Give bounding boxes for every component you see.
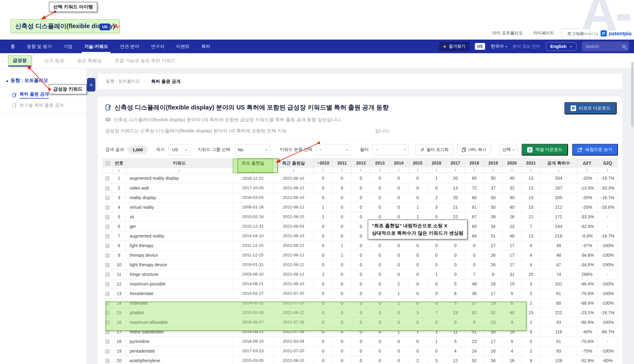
sort-icon[interactable]: ▴▾ <box>522 167 540 173</box>
sort-icon[interactable]: ▴▾ <box>126 168 232 173</box>
column-header[interactable]: 2012▴▾ <box>352 159 371 174</box>
sort-icon[interactable]: ▴▾ <box>333 167 351 173</box>
country-dropdown[interactable]: US▾ <box>169 144 190 155</box>
sort-icon[interactable]: ▴▾ <box>408 167 427 173</box>
keyword-cell[interactable]: virtual reality <box>126 202 233 212</box>
keyword-cell[interactable]: maximum allowable <box>126 317 233 327</box>
column-header[interactable]: 2014▴▾ <box>389 159 408 174</box>
column-header[interactable]: 2011▴▾ <box>333 159 352 174</box>
column-header[interactable]: 공개 특허수▴▾ <box>541 159 577 174</box>
keyword-cell[interactable]: pyrimidine <box>126 336 233 346</box>
row-checkbox[interactable] <box>105 311 110 315</box>
column-header[interactable]: 최초 출현일▴▾ <box>233 159 273 174</box>
row-checkbox[interactable] <box>105 186 110 191</box>
reset-filter-button[interactable]: ↺ 필터 초기화 <box>415 144 453 155</box>
keyword-cell[interactable]: azatriphenylene <box>126 356 233 364</box>
sort-icon[interactable]: ▴▾ <box>597 167 618 173</box>
my-portfolio-link[interactable]: 마이 포트폴리오 <box>492 30 523 36</box>
row-checkbox[interactable] <box>105 244 110 248</box>
sort-icon[interactable]: ▴▾ <box>112 168 126 173</box>
keyword-cell[interactable]: augmented reality display <box>126 173 233 183</box>
column-header[interactable]: ~2010▴▾ <box>314 159 333 174</box>
column-header[interactable]: 2016▴▾ <box>427 159 446 174</box>
sort-icon[interactable]: ▴▾ <box>314 167 332 173</box>
expander-icon[interactable]: ◢ <box>6 79 8 82</box>
row-checkbox[interactable] <box>105 176 110 181</box>
keyword-cell[interactable]: tridentate <box>126 298 233 308</box>
column-header[interactable]: 2018▴▾ <box>465 159 484 174</box>
brand-name[interactable]: patentpia <box>609 31 632 36</box>
column-header[interactable]: 2015▴▾ <box>408 159 427 174</box>
keyword-cell[interactable]: light therapy <box>126 241 233 250</box>
select-all-checkbox[interactable] <box>106 161 110 165</box>
column-header[interactable]: Δ2Y▴▾ <box>577 159 597 174</box>
row-checkbox[interactable] <box>105 359 110 363</box>
sort-icon[interactable]: ▴▾ <box>446 167 465 173</box>
report-download-button[interactable]: W 리포트 다운로드 <box>564 102 617 114</box>
sort-icon[interactable]: ▴▾ <box>233 168 273 173</box>
subnav-back-icon[interactable]: ‹ <box>0 58 6 63</box>
column-header[interactable]: 최근 출원일▴▾ <box>273 159 314 174</box>
open-new-window-button[interactable]: 새창으로 보기 <box>572 144 618 156</box>
subnav-item[interactable]: 급성장 <box>8 55 31 66</box>
sort-icon[interactable]: ▴▾ <box>465 167 484 173</box>
favorites-button[interactable]: ★ 즐겨찾기 <box>439 42 469 51</box>
sort-icon[interactable]: ▴▾ <box>427 167 446 173</box>
scrollbar-thumb[interactable] <box>631 62 633 127</box>
select-dropdown[interactable]: 선택▾ <box>499 144 518 155</box>
keyword-cell[interactable]: video wall <box>126 183 233 193</box>
excel-download-button[interactable]: X 엑셀 다운로드 <box>522 144 568 156</box>
sort-icon[interactable]: ▴▾ <box>577 167 597 173</box>
row-checkbox[interactable] <box>105 272 110 277</box>
keyword-cell[interactable]: ger <box>126 221 233 231</box>
column-header[interactable]: 2020▴▾ <box>503 159 522 174</box>
search-input[interactable] <box>585 44 616 49</box>
search-box[interactable] <box>582 41 629 51</box>
row-checkbox[interactable] <box>105 320 110 325</box>
keyword-cell[interactable]: maximum possible <box>126 279 233 289</box>
sort-icon[interactable]: ▴▾ <box>389 167 408 173</box>
row-checkbox[interactable] <box>105 263 110 267</box>
keyword-cell[interactable]: sir <box>126 212 233 221</box>
analysis-language-dropdown[interactable]: English ▾ <box>546 42 576 51</box>
row-checkbox[interactable] <box>105 301 110 306</box>
row-checkbox[interactable] <box>105 292 110 296</box>
sidebar-collapse-button[interactable]: « <box>87 78 95 92</box>
sort-icon[interactable]: ▴▾ <box>352 167 370 173</box>
row-checkbox[interactable] <box>105 330 110 334</box>
sort-icon[interactable]: ▴▾ <box>371 167 389 173</box>
nav-item[interactable]: 기업 <box>63 40 72 53</box>
row-checkbox[interactable] <box>105 225 110 229</box>
column-header[interactable]: 2019▴▾ <box>484 159 503 174</box>
keyword-class-dropdown[interactable]: -▾ <box>316 144 351 155</box>
subnav-item[interactable]: 높은 특화성 <box>77 58 102 64</box>
breadcrumb-parent[interactable]: 동향 : 포트폴리오 <box>106 79 140 84</box>
site-language-dropdown[interactable]: 한국어 ▾ <box>491 44 507 49</box>
search-icon[interactable] <box>622 45 626 48</box>
column-header[interactable]: 2013▴▾ <box>371 159 389 174</box>
row-checkbox[interactable] <box>105 234 110 238</box>
keyword-cell[interactable]: hexadentate <box>126 289 233 298</box>
keyword-cell[interactable]: augmented reality <box>126 231 233 241</box>
keyword-cell[interactable]: reality display <box>126 193 233 202</box>
row-checkbox[interactable] <box>105 215 110 219</box>
filter-dropdown[interactable]: -▾ <box>373 144 409 155</box>
row-checkbox[interactable] <box>105 253 110 258</box>
nav-item[interactable]: 연구자 <box>151 40 164 53</box>
sort-icon[interactable]: ▴▾ <box>541 168 577 173</box>
column-header[interactable]: 2017▴▾ <box>446 159 465 174</box>
column-header[interactable]: 2021▴▾ <box>522 159 541 174</box>
sidebar-item[interactable]: 분기별 특허 출원 공개 <box>12 102 86 108</box>
row-checkbox[interactable] <box>105 196 110 200</box>
keyword-cell[interactable]: hinge structure <box>126 269 233 279</box>
sort-icon[interactable]: ▴▾ <box>503 167 521 173</box>
subnav-item[interactable]: 연결 가능성 높은 추천 키워드 <box>115 58 176 64</box>
row-checkbox[interactable] <box>105 205 110 210</box>
nav-item[interactable]: 연관 분야 <box>120 40 139 53</box>
keyword-cell[interactable]: light therapy device <box>126 260 233 269</box>
nav-item[interactable]: 홈 <box>11 40 15 53</box>
copy-url-button[interactable]: URL 복사 <box>457 144 491 155</box>
nav-item[interactable]: 기술:키워드 <box>84 40 108 53</box>
keyword-cell[interactable]: mono substitution <box>126 327 233 336</box>
column-header[interactable]: Δ2Q▴▾ <box>597 159 618 174</box>
